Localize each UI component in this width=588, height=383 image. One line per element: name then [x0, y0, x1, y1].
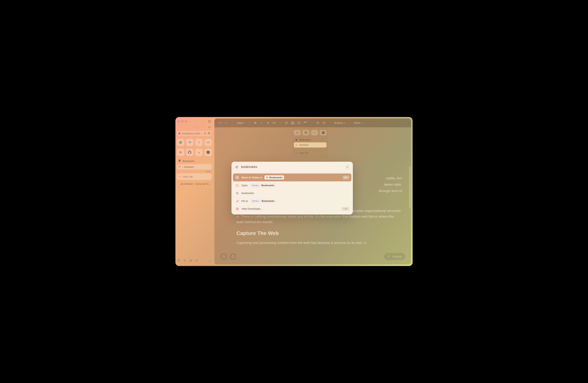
mini-new-tab: ＋ New Tab: [294, 150, 327, 156]
lock-icon: [178, 132, 181, 135]
italic-icon[interactable]: I: [260, 121, 263, 125]
fav-r[interactable]: R: [177, 149, 184, 156]
plus-icon: ＋: [179, 175, 181, 178]
fav-check[interactable]: ✓: [205, 149, 212, 156]
chevron-down-icon: ▾: [344, 122, 345, 124]
doc-image-mini-sidebar: R ▲ ✓ Bookmarks Substack ＋ New Tab: [292, 128, 328, 158]
palette-row-open[interactable]: Open Sentry / Bookmarks: [233, 181, 351, 189]
quote-icon[interactable]: ❝❞: [304, 121, 307, 125]
fav-telegram[interactable]: [186, 139, 193, 146]
row-text: Open: [241, 184, 248, 187]
svg-rect-27: [295, 144, 297, 145]
fav-whatsapp[interactable]: [177, 139, 184, 146]
new-tab-button[interactable]: ＋ New Tab: [177, 173, 212, 180]
bookmarks-pill: Bookmarks: [264, 175, 284, 180]
row-text: View Downloads…: [241, 207, 263, 210]
svg-line-37: [238, 194, 238, 194]
gear-icon: [387, 255, 390, 258]
bullet-list-icon[interactable]: [316, 121, 319, 125]
address-bar[interactable]: productivus.substack: [177, 131, 212, 136]
svg-rect-18: [317, 123, 319, 123]
gear-icon[interactable]: [183, 259, 186, 263]
row-shortcut: ⇧⌘J: [341, 207, 349, 211]
palette-row-move-today[interactable]: Move to Today in Bookmarks ⌘D: [233, 174, 351, 181]
svg-rect-20: [317, 124, 319, 124]
today-tab-google[interactable]: arc browser - Cerca con G…: [177, 181, 212, 187]
svg-rect-6: [179, 166, 181, 167]
reload-icon[interactable]: ⟳: [208, 125, 211, 129]
svg-point-36: [236, 192, 238, 194]
row-text: Move to Today in: [241, 176, 262, 179]
bold-icon[interactable]: B: [254, 121, 257, 125]
bookmark-outline-icon[interactable]: [195, 259, 198, 263]
headphones-icon[interactable]: [297, 121, 301, 125]
move-today-icon: [235, 176, 239, 180]
bookmark-icon: [178, 159, 181, 162]
svg-rect-3: [208, 133, 210, 134]
pinned-label: Bookmarks: [183, 160, 194, 162]
palette-row-downloads[interactable]: View Downloads… ⇧⌘J: [233, 205, 351, 213]
settings-button[interactable]: Settings: [384, 253, 405, 260]
fav-sentry[interactable]: ▲: [195, 149, 203, 156]
pinned-section: Bookmarks / Substack: [177, 158, 212, 170]
mini-fav-sentry: ▲: [311, 130, 318, 135]
pinned-substack[interactable]: / Substack: [177, 164, 212, 170]
palette-header: i: [231, 162, 353, 172]
palette-info-icon[interactable]: i: [345, 165, 349, 169]
svg-rect-24: [323, 123, 325, 123]
pinned-bookmarks[interactable]: Bookmarks: [177, 158, 212, 164]
add-space-icon[interactable]: ＋: [208, 259, 211, 263]
more-dropdown[interactable]: More ▾: [354, 121, 362, 124]
chevron-down-icon: ▾: [361, 122, 362, 124]
undo-icon[interactable]: [218, 121, 222, 125]
zoom-dot[interactable]: [185, 120, 187, 123]
svg-text:3: 3: [322, 123, 323, 124]
screenshot-icon[interactable]: [208, 132, 210, 135]
doc-history-buttons: [220, 253, 236, 260]
command-palette: i Move to Today in Bookmarks ⌘D Open: [231, 162, 353, 214]
section-heading: Capture The Web: [236, 229, 402, 237]
minimize-dot[interactable]: [181, 120, 184, 123]
link-icon[interactable]: [285, 121, 288, 125]
redo-icon[interactable]: [225, 121, 228, 125]
back-icon[interactable]: ←: [196, 126, 199, 129]
nav-buttons: ← → ⟳: [177, 125, 212, 130]
style-dropdown[interactable]: Style ▾: [237, 121, 245, 124]
split-icon[interactable]: [189, 259, 192, 263]
buttons-dropdown[interactable]: Buttons ▾: [335, 121, 345, 124]
browser-sidebar: ← → ⟳ productivus.substack ✦ LEX R ▲: [175, 117, 213, 266]
numbered-list-icon[interactable]: 123: [322, 121, 325, 125]
code-icon[interactable]: </>: [273, 121, 276, 125]
history-icon[interactable]: [220, 253, 227, 260]
palette-input[interactable]: [241, 165, 345, 169]
image-icon[interactable]: [291, 121, 294, 125]
paragraph: Capturing and processing content from th…: [236, 240, 402, 246]
svg-point-32: [233, 256, 233, 256]
strike-icon[interactable]: S: [266, 121, 270, 125]
row-text: Pin to: [241, 200, 248, 203]
svg-point-4: [209, 133, 210, 134]
row-text: bookmarks: [241, 192, 254, 195]
favorites-row-1: ✦ LEX: [177, 139, 212, 146]
sidebar-toggle-icon[interactable]: [208, 120, 211, 123]
svg-rect-28: [295, 145, 297, 145]
info-icon[interactable]: [230, 253, 236, 260]
library-icon[interactable]: [177, 259, 180, 263]
palette-scope-icon: [235, 165, 238, 169]
app-window: ← → ⟳ productivus.substack ✦ LEX R ▲: [175, 117, 413, 266]
svg-point-17: [316, 123, 317, 123]
sentry-bookmarks-pill: Sentry / Bookmarks: [250, 199, 276, 203]
palette-row-search[interactable]: bookmarks: [233, 189, 351, 197]
fav-github[interactable]: [186, 149, 193, 156]
fav-lex[interactable]: LEX: [205, 139, 212, 146]
svg-rect-14: [300, 123, 300, 124]
window-controls: [177, 119, 212, 125]
clear-button[interactable]: ↓ Clear: [177, 170, 212, 173]
close-dot[interactable]: [178, 120, 180, 123]
forward-icon[interactable]: →: [202, 126, 205, 129]
share-icon[interactable]: [204, 132, 206, 135]
fav-sparkle[interactable]: ✦: [195, 139, 203, 146]
mini-fav-check: ✓: [320, 130, 327, 135]
palette-row-pin[interactable]: Pin to Sentry / Bookmarks: [233, 197, 351, 205]
scrollbar-thumb[interactable]: [409, 166, 411, 209]
